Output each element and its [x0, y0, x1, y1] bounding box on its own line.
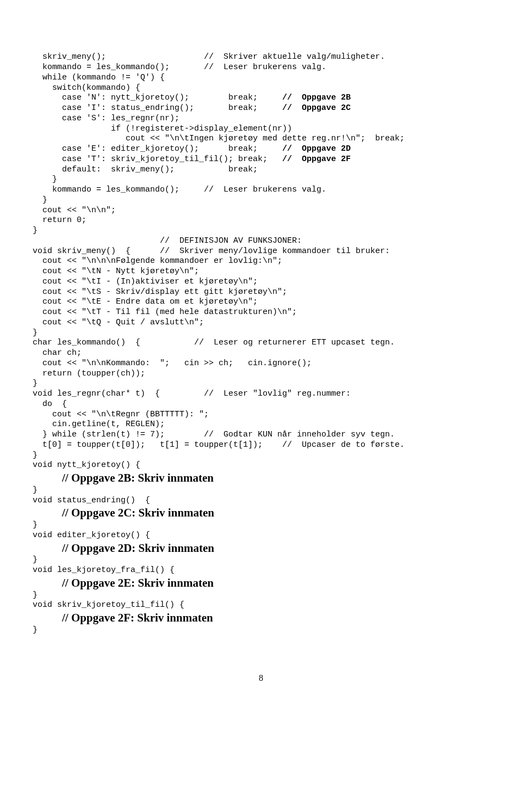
code-line: switch(kommando) { — [33, 83, 489, 94]
code-line: void skriv_kjoretoy_til_fil() { — [33, 600, 489, 611]
code-line: cout << "\n\n\nFølgende kommandoer er lo… — [33, 256, 489, 267]
code-line: } — [33, 625, 489, 636]
code-line: cout << "\tN - Nytt kjøretøy\n"; — [33, 267, 489, 277]
code-line: t[0] = toupper(t[0]); t[1] = toupper(t[1… — [33, 440, 489, 451]
code-line: } — [33, 226, 489, 236]
code-listing: skriv_meny(); // Skriver aktuelle valg/m… — [33, 52, 489, 635]
code-line: // DEFINISJON AV FUNKSJONER: — [33, 236, 489, 247]
code-line: void editer_kjoretoy() { — [33, 531, 489, 541]
code-line: void skriv_meny() { // Skriver meny/lovl… — [33, 247, 489, 257]
heading-line: // Oppgave 2D: Skriv innmaten — [62, 542, 214, 555]
code-line: } while (strlen(t) != 7); // Godtar KUN … — [33, 430, 489, 440]
code-line: char ch; — [33, 348, 489, 359]
code-line: void status_endring() { — [33, 496, 489, 506]
code-line: cout << "\tT - Til fil (med hele datastr… — [33, 307, 489, 318]
code-line: case 'E': editer_kjoretoy(); break; // O… — [33, 144, 489, 155]
code-line: while (kommando != 'Q') { — [33, 73, 489, 83]
code-line: cout << "\n\nKommando: "; cin >> ch; cin… — [33, 359, 489, 369]
code-line: void nytt_kjoretoy() { — [33, 460, 489, 471]
code-line: } — [33, 328, 489, 339]
code-line: cout << "\n\tRegnr (BBTTTTT): "; — [33, 410, 489, 420]
code-line: } — [33, 590, 489, 601]
heading-line: // Oppgave 2E: Skriv innmaten — [62, 576, 214, 589]
heading-line: // Oppgave 2F: Skriv innmaten — [62, 611, 213, 624]
code-line: cout << "\tQ - Quit / avslutt\n"; — [33, 318, 489, 328]
code-line: cout << "\tE - Endre data om et kjøretøy… — [33, 297, 489, 307]
code-line: cin.getline(t, REGLEN); — [33, 420, 489, 430]
code-line: char les_kommando() { // Leser og return… — [33, 338, 489, 348]
code-line: case 'T': skriv_kjoretoy_til_fil(); brea… — [33, 155, 489, 165]
heading-line: // Oppgave 2C: Skriv innmaten — [62, 506, 214, 519]
code-line: case 'N': nytt_kjoretoy(); break; // Opp… — [33, 93, 489, 103]
page-number: 8 — [33, 673, 489, 684]
code-line: default: skriv_meny(); break; — [33, 165, 489, 175]
code-line: void les_regnr(char* t) { // Leser "lovl… — [33, 389, 489, 399]
code-line: kommando = les_kommando(); // Leser bruk… — [33, 63, 489, 73]
code-line: skriv_meny(); // Skriver aktuelle valg/m… — [33, 52, 489, 63]
code-line: } — [33, 485, 489, 496]
code-line: } — [33, 555, 489, 565]
code-line: case 'S': les_regnr(nr); — [33, 114, 489, 124]
code-line: } — [33, 175, 489, 185]
code-line: cout << "\n\n"; — [33, 206, 489, 216]
code-line: } — [33, 451, 489, 461]
code-line: } — [33, 520, 489, 531]
code-line: return 0; — [33, 216, 489, 226]
code-line: cout << "\n\tIngen kjøretøy med dette re… — [33, 134, 489, 144]
code-line: return (toupper(ch)); — [33, 369, 489, 379]
code-line: void les_kjoretoy_fra_fil() { — [33, 565, 489, 576]
heading-line: // Oppgave 2B: Skriv innmaten — [62, 471, 214, 484]
code-line: if (!registeret->display_element(nr)) — [33, 124, 489, 134]
code-line: kommando = les_kommando(); // Leser bruk… — [33, 185, 489, 195]
code-line: } — [33, 379, 489, 389]
code-line: cout << "\tS - Skriv/display ett gitt kj… — [33, 287, 489, 298]
code-line: case 'I': status_endring(); break; // Op… — [33, 103, 489, 114]
code-line: do { — [33, 399, 489, 410]
code-line: } — [33, 195, 489, 206]
code-line: cout << "\tI - (In)aktiviser et kjøretøy… — [33, 277, 489, 287]
